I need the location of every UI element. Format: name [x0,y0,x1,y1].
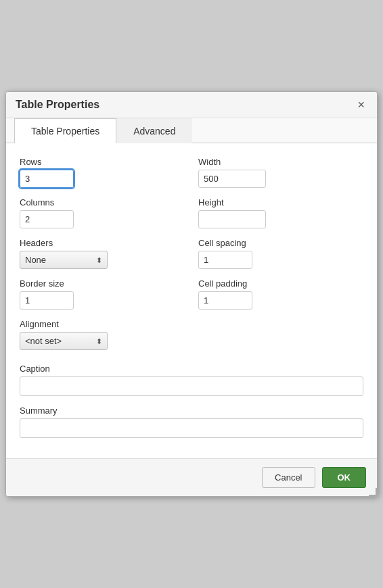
caption-label: Caption [20,364,363,374]
dialog-header: Table Properties × [6,92,377,118]
rows-input[interactable] [20,170,74,188]
summary-input[interactable] [20,418,363,438]
border-size-group: Border size [20,278,178,310]
height-input[interactable] [198,210,266,228]
width-group: Width [198,157,363,188]
border-size-label: Border size [20,278,178,289]
cell-spacing-label: Cell spacing [198,238,363,248]
form-grid: Rows Columns Headers None First row Firs… [20,157,363,360]
tab-bar: Table Properties Advanced [6,118,377,143]
close-button[interactable]: × [355,99,367,111]
alignment-group: Alignment <not set> Left Center Right [20,319,178,350]
cell-spacing-input[interactable] [198,251,252,269]
headers-select-wrapper: None First row First column Both [20,251,108,269]
headers-group: Headers None First row First column Both [20,238,178,269]
caption-summary-section: Caption Summary [20,364,363,438]
cell-spacing-group: Cell spacing [198,238,363,269]
columns-label: Columns [20,197,178,207]
height-label: Height [198,197,363,207]
alignment-select[interactable]: <not set> Left Center Right [20,332,108,350]
cell-padding-label: Cell padding [198,278,363,289]
rows-label: Rows [20,157,178,167]
summary-label: Summary [20,406,363,416]
caption-group: Caption [20,364,363,396]
cell-padding-input[interactable] [198,291,252,310]
ok-button[interactable]: OK [322,467,367,488]
alignment-select-wrapper: <not set> Left Center Right [20,332,108,350]
dialog-body: Rows Columns Headers None First row Firs… [6,143,377,458]
table-properties-dialog: Table Properties × Table Properties Adva… [5,91,378,497]
resize-handle[interactable] [369,488,377,496]
rows-group: Rows [20,157,178,188]
cancel-button[interactable]: Cancel [262,467,315,488]
summary-group: Summary [20,406,363,438]
tab-advanced[interactable]: Advanced [116,118,192,143]
width-label: Width [198,157,363,167]
left-column: Rows Columns Headers None First row Firs… [20,157,192,360]
tab-table-properties[interactable]: Table Properties [14,118,116,143]
columns-input[interactable] [20,210,74,228]
dialog-footer: Cancel OK [6,458,377,496]
dialog-title: Table Properties [16,99,99,111]
headers-label: Headers [20,238,178,248]
height-group: Height [198,197,363,228]
alignment-label: Alignment [20,319,178,329]
caption-input[interactable] [20,376,363,396]
footer-wrapper: Cancel OK [6,458,377,496]
cell-padding-group: Cell padding [198,278,363,310]
right-column: Width Height Cell spacing Cell padding [192,157,363,360]
border-size-input[interactable] [20,291,74,310]
headers-select[interactable]: None First row First column Both [20,251,108,269]
width-input[interactable] [198,170,266,188]
columns-group: Columns [20,197,178,228]
